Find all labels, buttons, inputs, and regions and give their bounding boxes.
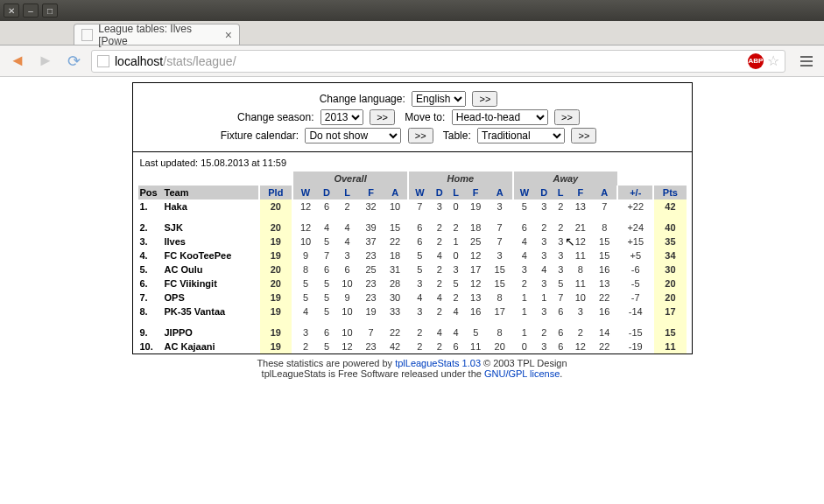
cell-pm: +15	[617, 234, 653, 248]
link-license[interactable]: GNU/GPL license	[484, 368, 560, 379]
cell-pm: -6	[617, 262, 653, 276]
back-button[interactable]: ◄	[7, 51, 28, 72]
cell-pm: -5	[617, 276, 653, 290]
cell-oD: 5	[318, 340, 335, 354]
cell-oW: 8	[292, 262, 318, 276]
season-go-button[interactable]: >>	[370, 109, 395, 125]
cell-team[interactable]: PK-35 Vantaa	[163, 304, 259, 318]
cell-team[interactable]: FC Viikingit	[163, 276, 259, 290]
cell-hF: 12	[464, 276, 488, 290]
cell-pld: 19	[259, 304, 293, 318]
cell-aA: 7	[592, 200, 617, 214]
move-go-button[interactable]: >>	[554, 109, 580, 125]
cell-hL: 0	[448, 200, 464, 214]
cell-hL: 2	[448, 214, 464, 234]
cell-team[interactable]: AC Kajaani	[163, 340, 259, 354]
browser-toolbar: ◄ ► ⟳ localhost/stats/league/ ABP ☆	[0, 46, 824, 77]
cell-team[interactable]: JIPPO	[163, 318, 259, 340]
cell-pos: 1.	[138, 200, 163, 214]
cell-pos: 2.	[138, 214, 163, 234]
reload-button[interactable]: ⟳	[63, 51, 84, 72]
adblock-icon[interactable]: ABP	[748, 53, 764, 69]
cell-aF: 10	[568, 290, 592, 304]
cell-hD: 3	[431, 200, 448, 214]
fixture-select[interactable]: Do not show	[305, 128, 401, 144]
cell-oF: 23	[359, 248, 383, 262]
window-maximize-button[interactable]: □	[42, 4, 58, 18]
season-select[interactable]: 2013	[320, 109, 363, 125]
cell-team[interactable]: OPS	[163, 290, 259, 304]
menu-icon[interactable]	[796, 51, 817, 72]
cell-hW: 5	[408, 248, 431, 262]
cell-pts: 34	[653, 248, 686, 262]
cell-aL: 5	[553, 276, 568, 290]
col-pts[interactable]: Pts	[653, 186, 686, 200]
cell-pts: 30	[653, 262, 686, 276]
cell-hW: 4	[408, 290, 431, 304]
controls-bar: Change language: English >> Change seaso…	[133, 83, 692, 151]
cell-oW: 5	[292, 276, 318, 290]
close-icon[interactable]: ×	[225, 28, 232, 42]
table-row: 10.AC Kajaani192512234222611200361222-19…	[138, 340, 687, 354]
cell-team[interactable]: Ilves	[163, 234, 259, 248]
cell-oW: 12	[292, 214, 318, 234]
cell-team[interactable]: FC KooTeePee	[163, 248, 259, 262]
browser-tab[interactable]: League tables: Ilves [Powe ×	[74, 24, 240, 45]
cell-hD: 2	[431, 304, 448, 318]
fixture-go-button[interactable]: >>	[408, 128, 433, 144]
window-close-button[interactable]: ✕	[4, 4, 19, 18]
cell-oL: 10	[335, 276, 359, 290]
col-pld[interactable]: Pld	[259, 186, 293, 200]
cell-hD: 2	[431, 340, 448, 354]
cell-oF: 32	[359, 200, 383, 214]
cell-hD: 4	[431, 248, 448, 262]
cell-aF: 11	[568, 248, 592, 262]
window-minimize-button[interactable]: –	[23, 4, 39, 18]
browser-tab-bar: League tables: Ilves [Powe ×	[0, 21, 824, 46]
forward-button[interactable]: ►	[35, 51, 56, 72]
cell-hA: 8	[488, 318, 513, 340]
cell-oD: 4	[318, 214, 335, 234]
cell-oL: 12	[335, 340, 359, 354]
cell-aW: 1	[513, 318, 536, 340]
cell-aA: 15	[592, 234, 617, 248]
cell-team[interactable]: Haka	[163, 200, 259, 214]
cell-oA: 33	[383, 304, 408, 318]
url-host: localhost	[115, 54, 163, 68]
table-row: 6.FC Viikingit205510232832512152351113-5…	[138, 276, 687, 290]
cell-aL: 3	[553, 234, 568, 248]
link-tplleaguestats[interactable]: tplLeagueStats 1.03	[395, 358, 481, 368]
table-select[interactable]: Traditional	[477, 128, 565, 144]
col-pm[interactable]: +/-	[617, 186, 653, 200]
bookmark-icon[interactable]: ☆	[767, 52, 779, 69]
table-row: 7.OPS1955923304421381171022-720	[138, 290, 687, 304]
language-go-button[interactable]: >>	[472, 91, 497, 107]
address-bar[interactable]: localhost/stats/league/ ABP ☆	[91, 50, 785, 73]
cell-team[interactable]: SJK	[163, 214, 259, 234]
move-select[interactable]: Head-to-head	[452, 109, 548, 125]
page-icon	[81, 29, 93, 41]
table-row: 9.JIPPO19361072224458126214-1515	[138, 318, 687, 340]
page-icon	[97, 55, 109, 67]
cell-hA: 8	[488, 290, 513, 304]
table-go-button[interactable]: >>	[571, 128, 596, 144]
cell-oL: 10	[335, 318, 359, 340]
cell-pm: +24	[617, 214, 653, 234]
cell-oL: 10	[335, 304, 359, 318]
language-label: Change language:	[320, 93, 405, 105]
cell-team[interactable]: AC Oulu	[163, 262, 259, 276]
cell-oF: 37	[359, 234, 383, 248]
window-titlebar: ✕ – □	[0, 0, 824, 21]
cell-oD: 6	[318, 318, 335, 340]
language-select[interactable]: English	[412, 91, 466, 107]
league-table: Overall Home Away Pos Team Pld W D L	[138, 172, 687, 354]
cell-oA: 15	[383, 214, 408, 234]
cell-hF: 12	[464, 248, 488, 262]
cell-hW: 5	[408, 262, 431, 276]
cell-pts: 11	[653, 340, 686, 354]
footer: These statistics are powered by tplLeagu…	[11, 354, 813, 386]
cell-oF: 19	[359, 304, 383, 318]
page-content: Change language: English >> Change seaso…	[0, 77, 824, 504]
cell-pm: -15	[617, 318, 653, 340]
cell-pos: 7.	[138, 290, 163, 304]
